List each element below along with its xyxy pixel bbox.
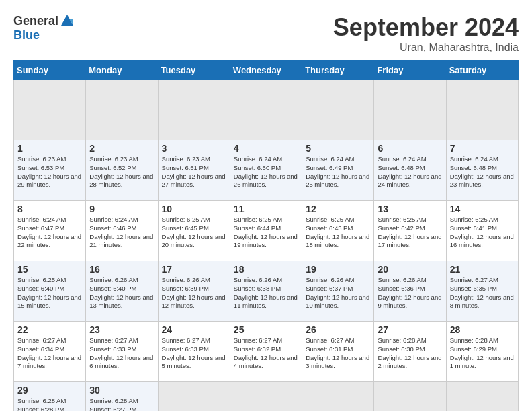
day-info: Sunrise: 6:24 AMSunset: 6:48 PMDaylight:…	[450, 155, 515, 189]
days-of-week-header: SundayMondayTuesdayWednesdayThursdayFrid…	[14, 61, 519, 80]
logo: General Blue	[13, 13, 75, 42]
day-of-week-monday: Monday	[86, 61, 158, 80]
calendar-cell: 12Sunrise: 6:25 AMSunset: 6:43 PMDayligh…	[302, 201, 374, 261]
calendar-cell	[302, 382, 374, 412]
title-block: September 2024 Uran, Maharashtra, India	[333, 13, 519, 54]
calendar-body: 1Sunrise: 6:23 AMSunset: 6:53 PMDaylight…	[14, 80, 519, 412]
day-number: 23	[89, 324, 154, 335]
day-info: Sunrise: 6:25 AMSunset: 6:41 PMDaylight:…	[450, 216, 515, 250]
calendar-cell	[230, 382, 302, 412]
day-of-week-wednesday: Wednesday	[230, 61, 302, 80]
calendar-week-5: 29Sunrise: 6:28 AMSunset: 6:28 PMDayligh…	[14, 382, 519, 412]
calendar-cell	[302, 80, 374, 140]
calendar-cell: 3Sunrise: 6:23 AMSunset: 6:51 PMDaylight…	[158, 140, 230, 201]
calendar-cell: 29Sunrise: 6:28 AMSunset: 6:28 PMDayligh…	[14, 382, 86, 412]
day-number: 5	[306, 143, 370, 154]
day-number: 2	[89, 143, 154, 154]
day-of-week-thursday: Thursday	[302, 61, 374, 80]
calendar-cell: 14Sunrise: 6:25 AMSunset: 6:41 PMDayligh…	[446, 201, 518, 261]
day-number: 10	[162, 203, 226, 214]
day-number: 8	[17, 203, 82, 214]
calendar-cell: 1Sunrise: 6:23 AMSunset: 6:53 PMDaylight…	[14, 140, 86, 201]
day-of-week-sunday: Sunday	[14, 61, 86, 80]
calendar-cell	[446, 382, 518, 412]
day-info: Sunrise: 6:26 AMSunset: 6:40 PMDaylight:…	[89, 276, 154, 310]
logo-general: General	[13, 14, 58, 28]
day-number: 9	[89, 203, 154, 214]
day-number: 19	[306, 264, 370, 275]
day-number: 7	[450, 143, 515, 154]
day-info: Sunrise: 6:25 AMSunset: 6:43 PMDaylight:…	[306, 216, 370, 250]
day-info: Sunrise: 6:28 AMSunset: 6:27 PMDaylight:…	[89, 397, 154, 411]
day-info: Sunrise: 6:24 AMSunset: 6:49 PMDaylight:…	[306, 155, 370, 189]
logo-icon	[60, 13, 75, 28]
day-number: 26	[306, 324, 370, 335]
day-info: Sunrise: 6:27 AMSunset: 6:35 PMDaylight:…	[450, 276, 515, 310]
day-number: 21	[450, 264, 515, 275]
calendar-cell: 8Sunrise: 6:24 AMSunset: 6:47 PMDaylight…	[14, 201, 86, 261]
calendar-cell	[86, 80, 158, 140]
calendar-week-4: 22Sunrise: 6:27 AMSunset: 6:34 PMDayligh…	[14, 322, 519, 382]
calendar-cell: 16Sunrise: 6:26 AMSunset: 6:40 PMDayligh…	[86, 261, 158, 322]
day-number: 14	[450, 203, 515, 214]
calendar-cell: 5Sunrise: 6:24 AMSunset: 6:49 PMDaylight…	[302, 140, 374, 201]
day-info: Sunrise: 6:27 AMSunset: 6:31 PMDaylight:…	[306, 336, 370, 371]
calendar-cell: 13Sunrise: 6:25 AMSunset: 6:42 PMDayligh…	[374, 201, 446, 261]
day-number: 18	[234, 264, 298, 275]
calendar-cell: 11Sunrise: 6:25 AMSunset: 6:44 PMDayligh…	[230, 201, 302, 261]
day-info: Sunrise: 6:23 AMSunset: 6:53 PMDaylight:…	[17, 155, 82, 189]
day-number: 6	[378, 143, 442, 154]
calendar-cell	[158, 80, 230, 140]
calendar-cell: 4Sunrise: 6:24 AMSunset: 6:50 PMDaylight…	[230, 140, 302, 201]
day-info: Sunrise: 6:25 AMSunset: 6:45 PMDaylight:…	[162, 216, 226, 250]
day-number: 3	[162, 143, 226, 154]
calendar-cell	[230, 80, 302, 140]
calendar-cell	[14, 80, 86, 140]
day-number: 30	[89, 385, 154, 396]
calendar-week-0	[14, 80, 519, 140]
calendar-cell: 27Sunrise: 6:28 AMSunset: 6:30 PMDayligh…	[374, 322, 446, 382]
calendar-table: SundayMondayTuesdayWednesdayThursdayFrid…	[13, 60, 519, 411]
day-number: 1	[17, 143, 82, 154]
day-number: 25	[234, 324, 298, 335]
day-info: Sunrise: 6:28 AMSunset: 6:29 PMDaylight:…	[450, 336, 515, 371]
calendar-cell: 15Sunrise: 6:25 AMSunset: 6:40 PMDayligh…	[14, 261, 86, 322]
calendar-cell: 7Sunrise: 6:24 AMSunset: 6:48 PMDaylight…	[446, 140, 518, 201]
day-info: Sunrise: 6:25 AMSunset: 6:44 PMDaylight:…	[234, 216, 298, 250]
day-info: Sunrise: 6:24 AMSunset: 6:46 PMDaylight:…	[89, 216, 154, 250]
calendar-cell: 28Sunrise: 6:28 AMSunset: 6:29 PMDayligh…	[446, 322, 518, 382]
day-info: Sunrise: 6:25 AMSunset: 6:40 PMDaylight:…	[17, 276, 82, 310]
calendar-cell: 26Sunrise: 6:27 AMSunset: 6:31 PMDayligh…	[302, 322, 374, 382]
calendar-week-1: 1Sunrise: 6:23 AMSunset: 6:53 PMDaylight…	[14, 140, 519, 201]
calendar-cell	[374, 382, 446, 412]
day-number: 27	[378, 324, 442, 335]
location-title: Uran, Maharashtra, India	[333, 42, 519, 54]
day-info: Sunrise: 6:26 AMSunset: 6:37 PMDaylight:…	[306, 276, 370, 310]
calendar-cell: 20Sunrise: 6:26 AMSunset: 6:36 PMDayligh…	[374, 261, 446, 322]
calendar-cell: 17Sunrise: 6:26 AMSunset: 6:39 PMDayligh…	[158, 261, 230, 322]
calendar-cell: 9Sunrise: 6:24 AMSunset: 6:46 PMDaylight…	[86, 201, 158, 261]
day-info: Sunrise: 6:26 AMSunset: 6:38 PMDaylight:…	[234, 276, 298, 310]
day-info: Sunrise: 6:23 AMSunset: 6:51 PMDaylight:…	[162, 155, 226, 189]
logo-blue: Blue	[13, 28, 40, 42]
day-of-week-saturday: Saturday	[446, 61, 518, 80]
page-header: General Blue September 2024 Uran, Mahara…	[13, 13, 519, 54]
day-info: Sunrise: 6:27 AMSunset: 6:33 PMDaylight:…	[162, 336, 226, 371]
calendar-cell: 25Sunrise: 6:27 AMSunset: 6:32 PMDayligh…	[230, 322, 302, 382]
day-info: Sunrise: 6:24 AMSunset: 6:50 PMDaylight:…	[234, 155, 298, 189]
day-number: 15	[17, 264, 82, 275]
day-number: 28	[450, 324, 515, 335]
day-number: 16	[89, 264, 154, 275]
day-info: Sunrise: 6:27 AMSunset: 6:34 PMDaylight:…	[17, 336, 82, 371]
day-number: 22	[17, 324, 82, 335]
calendar-cell: 21Sunrise: 6:27 AMSunset: 6:35 PMDayligh…	[446, 261, 518, 322]
day-info: Sunrise: 6:26 AMSunset: 6:39 PMDaylight:…	[162, 276, 226, 310]
month-title: September 2024	[333, 13, 519, 42]
calendar-cell	[374, 80, 446, 140]
day-number: 4	[234, 143, 298, 154]
day-info: Sunrise: 6:28 AMSunset: 6:30 PMDaylight:…	[378, 336, 442, 371]
calendar-week-3: 15Sunrise: 6:25 AMSunset: 6:40 PMDayligh…	[14, 261, 519, 322]
day-info: Sunrise: 6:26 AMSunset: 6:36 PMDaylight:…	[378, 276, 442, 310]
day-number: 11	[234, 203, 298, 214]
day-number: 12	[306, 203, 370, 214]
